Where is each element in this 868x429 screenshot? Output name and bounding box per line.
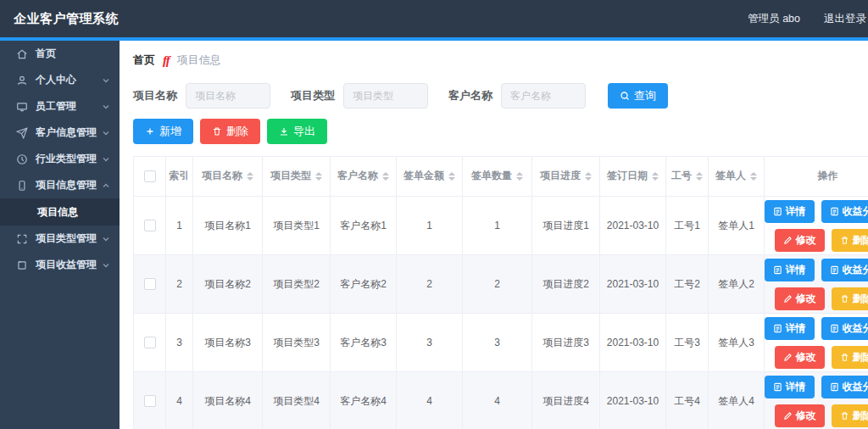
detail-button[interactable]: 详情 [765,200,815,223]
edit-button[interactable]: 修改 [775,404,825,427]
row-select-cell [134,255,166,314]
income-allocate-button-label: 收益分配 [843,204,868,219]
sort-caret-icon[interactable] [750,172,757,181]
table-column-header[interactable]: 项目类型 [263,157,331,197]
trash-icon [840,353,849,362]
sidebar-item-project-info[interactable]: 项目信息管理 [0,172,120,198]
sort-caret-icon[interactable] [247,172,253,181]
table-column-header[interactable]: 签单数量 [463,157,532,197]
row-checkbox[interactable] [144,337,156,348]
detail-button-label: 详情 [786,380,806,394]
table-cell: 工号1 [666,197,709,255]
table-column-header: 索引 [166,157,193,197]
breadcrumb-home[interactable]: 首页 [133,53,155,68]
sidebar-item-label: 员工管理 [36,99,76,114]
search-icon [620,91,630,101]
row-checkbox[interactable] [144,220,156,231]
row-checkbox[interactable] [144,278,156,290]
table-cell: 项目名称3 [193,314,263,372]
table-cell: 1 [166,197,193,255]
sort-caret-icon[interactable] [315,172,322,181]
column-label: 工号 [671,170,692,183]
table-cell: 项目名称2 [193,255,263,314]
row-delete-button[interactable]: 删除 [832,229,868,252]
data-table-container: 索引项目名称项目类型客户名称签单金额签单数量项目进度签订日期工号签单人操作 1项… [133,156,856,429]
sort-caret-icon[interactable] [516,172,523,181]
detail-button[interactable]: 详情 [765,317,815,340]
table-cell: 2 [166,255,193,314]
table-cell: 工号2 [666,255,709,314]
edit-button[interactable]: 修改 [775,229,825,252]
sort-caret-icon[interactable] [696,172,703,181]
sort-caret-icon[interactable] [652,172,659,181]
row-select-cell [134,197,166,255]
sort-caret-icon[interactable] [448,172,455,181]
table-cell: 签单人2 [709,255,765,314]
delete-button[interactable]: 删除 [200,119,260,144]
search-button-label: 查询 [634,88,656,103]
sidebar-item-label: 个人中心 [36,73,76,87]
row-checkbox[interactable] [144,395,156,407]
row-delete-button-label: 删除 [853,409,868,423]
sidebar-item-staff[interactable]: 员工管理 [0,93,120,120]
chevron-down-icon [101,154,111,164]
sort-caret-icon[interactable] [585,172,592,181]
add-button-label: 新增 [159,124,181,139]
project-type-input[interactable] [343,83,428,109]
edit-button-label: 修改 [796,409,816,423]
table-cell: 3 [397,314,463,372]
file-icon [773,324,782,333]
sidebar-item-project-type[interactable]: 项目类型管理 [0,226,120,252]
trash-icon [212,126,222,136]
project-name-input[interactable] [186,83,270,109]
select-all-checkbox[interactable] [144,170,156,182]
table-column-header[interactable]: 签单人 [709,157,765,197]
row-delete-button-label: 删除 [853,233,868,248]
detail-button[interactable]: 详情 [765,376,815,398]
table-column-header[interactable]: 签单金额 [397,157,463,197]
row-delete-button[interactable]: 删除 [832,346,868,369]
table-column-header[interactable]: 工号 [666,157,709,197]
detail-button-label: 详情 [786,204,806,219]
sidebar-item-profile[interactable]: 个人中心 [0,67,120,93]
row-delete-button-label: 删除 [853,350,868,365]
customer-name-input[interactable] [501,83,586,109]
sidebar-item-customer-info[interactable]: 客户信息管理 [0,120,120,146]
income-allocate-button[interactable]: 收益分配 [821,376,868,398]
trash-icon [840,411,849,421]
table-column-header[interactable]: 签订日期 [600,157,666,197]
row-delete-button[interactable]: 删除 [832,287,868,310]
file-icon [773,382,782,392]
search-button[interactable]: 查询 [608,83,668,109]
column-label: 项目名称 [202,170,242,183]
sort-caret-icon[interactable] [382,172,389,181]
table-cell: 客户名称1 [331,197,397,255]
edit-button[interactable]: 修改 [775,346,825,369]
table-column-header[interactable]: 项目进度 [532,157,600,197]
logout-link[interactable]: 退出登录 [824,12,866,26]
table-cell: 签单人1 [709,197,765,255]
table-cell: 2021-03-10 [600,197,666,255]
table-cell: 项目名称4 [193,372,263,429]
table-column-header[interactable]: 项目名称 [193,157,263,197]
chevron-down-icon [101,260,111,270]
edit-button[interactable]: 修改 [775,287,825,310]
income-allocate-button[interactable]: 收益分配 [821,259,868,281]
breadcrumb-current: 项目信息 [177,53,221,68]
sidebar-item-industry-type[interactable]: 行业类型管理 [0,146,120,172]
sidebar-item-project-income[interactable]: 项目收益管理 [0,252,120,278]
detail-button[interactable]: 详情 [765,259,815,281]
income-allocate-button[interactable]: 收益分配 [821,200,868,223]
app-title: 企业客户管理系统 [14,11,119,27]
sidebar-subitem-project-info[interactable]: 项目信息 [0,198,120,226]
row-delete-button[interactable]: 删除 [832,404,868,427]
row-actions-cell: 详情收益分配修改删除 [765,197,868,255]
table-column-header[interactable]: 客户名称 [331,157,397,197]
table-cell: 客户名称3 [331,314,397,372]
income-allocate-button[interactable]: 收益分配 [821,317,868,340]
add-button[interactable]: 新增 [133,119,193,144]
top-bar: 企业客户管理系统 管理员 abo 退出登录 [0,0,868,37]
export-button[interactable]: 导出 [267,119,327,144]
current-user[interactable]: 管理员 abo [748,12,800,26]
sidebar-item-home[interactable]: 首页 [0,41,120,67]
